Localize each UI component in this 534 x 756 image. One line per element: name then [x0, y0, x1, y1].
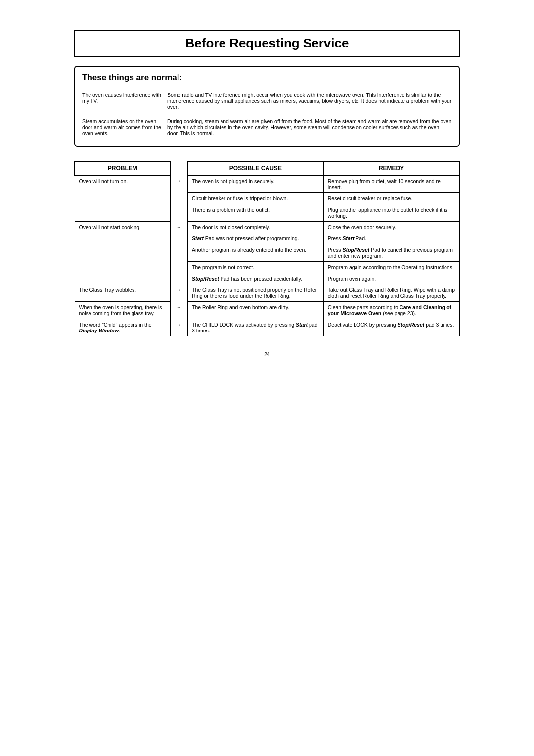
remedy-cell-2-3: Press Stop/Reset Pad to cancel the previ… — [323, 244, 459, 262]
page-number: 24 — [74, 351, 460, 357]
normal-right-1: Some radio and TV interference might occ… — [167, 92, 452, 110]
cause-cell-4-1: The Roller Ring and oven bottom are dirt… — [188, 302, 324, 319]
table-row: The Glass Tray wobbles. → The Glass Tray… — [75, 284, 459, 302]
remedy-cell-1-3: Plug another appliance into the outlet t… — [323, 204, 459, 222]
cause-cell-1-1: The oven is not plugged in securely. — [188, 175, 324, 193]
remedy-cell-1-2: Reset circuit breaker or replace fuse. — [323, 193, 459, 204]
cause-cell-1-3: There is a problem with the outlet. — [188, 204, 324, 222]
remedy-cell-2-2: Press Start Pad. — [323, 233, 459, 244]
header-arrow-spacer — [171, 161, 188, 175]
cause-cell-1-2: Circuit breaker or fuse is tripped or bl… — [188, 193, 324, 204]
normal-section-title: These things are normal: — [82, 73, 452, 83]
problem-cell-2: Oven will not start cooking. — [75, 222, 171, 284]
main-title: Before Requesting Service — [74, 30, 460, 57]
trouble-table: PROBLEM POSSIBLE CAUSE REMEDY Oven will … — [74, 161, 460, 336]
arrow-3: → — [171, 284, 188, 302]
table-row: Oven will not start cooking. → The door … — [75, 222, 459, 233]
cause-cell-5-1: The CHILD LOCK was activated by pressing… — [188, 319, 324, 336]
remedy-cell-2-1: Close the oven door securely. — [323, 222, 459, 233]
normal-right-2: During cooking, steam and warm air are g… — [167, 118, 452, 136]
cause-cell-2-5: Stop/Reset Pad has been pressed accident… — [188, 273, 324, 284]
header-remedy: REMEDY — [323, 161, 459, 175]
header-cause: POSSIBLE CAUSE — [188, 161, 324, 175]
normal-row-2: Steam accumulates on the oven door and w… — [82, 114, 452, 140]
arrow-1: → — [171, 175, 188, 222]
remedy-cell-2-4: Program again according to the Operating… — [323, 262, 459, 273]
arrow-4: → — [171, 302, 188, 319]
problem-cell-1: Oven will not turn on. — [75, 175, 171, 222]
normal-section: These things are normal: The oven causes… — [74, 66, 460, 147]
table-row: When the oven is operating, there is noi… — [75, 302, 459, 319]
normal-left-2: Steam accumulates on the oven door and w… — [82, 118, 161, 136]
cause-cell-2-2: Start Pad was not pressed after programm… — [188, 233, 324, 244]
cause-cell-3-1: The Glass Tray is not positioned properl… — [188, 284, 324, 302]
problem-cell-3: The Glass Tray wobbles. — [75, 284, 171, 302]
remedy-cell-2-5: Program oven again. — [323, 273, 459, 284]
cause-cell-2-1: The door is not closed completely. — [188, 222, 324, 233]
remedy-cell-5-1: Deactivate LOCK by pressing Stop/Reset p… — [323, 319, 459, 336]
cause-cell-2-3: Another program is already entered into … — [188, 244, 324, 262]
arrow-2: → — [171, 222, 188, 284]
cause-cell-2-4: The program is not correct. — [188, 262, 324, 273]
table-row: The word “Child” appears in the Display … — [75, 319, 459, 336]
remedy-cell-1-1: Remove plug from outlet, wait 10 seconds… — [323, 175, 459, 193]
normal-row-1: The oven causes interference with my TV.… — [82, 88, 452, 114]
normal-left-1: The oven causes interference with my TV. — [82, 92, 161, 110]
table-row: Oven will not turn on. → The oven is not… — [75, 175, 459, 193]
remedy-cell-4-1: Clean these parts according to Care and … — [323, 302, 459, 319]
remedy-cell-3-1: Take out Glass Tray and Roller Ring. Wip… — [323, 284, 459, 302]
problem-cell-5: The word “Child” appears in the Display … — [75, 319, 171, 336]
arrow-5: → — [171, 319, 188, 336]
page: Before Requesting Service These things a… — [74, 30, 460, 357]
problem-cell-4: When the oven is operating, there is noi… — [75, 302, 171, 319]
header-problem: PROBLEM — [75, 161, 171, 175]
